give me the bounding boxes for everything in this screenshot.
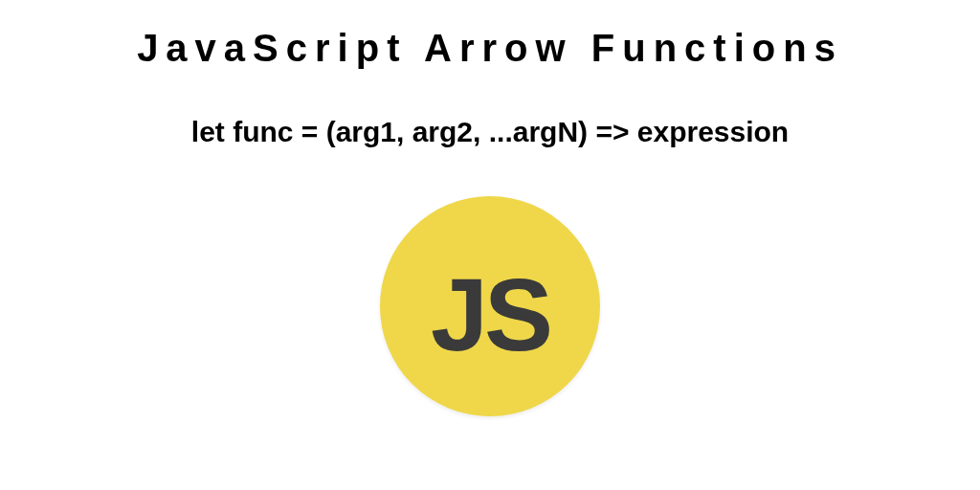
code-example: let func = (arg1, arg2, ...argN) => expr…	[191, 116, 789, 148]
js-logo-text: JS	[431, 255, 549, 374]
js-logo-icon: JS	[380, 196, 600, 416]
document-container: JavaScript Arrow Functions let func = (a…	[0, 0, 980, 490]
page-title: JavaScript Arrow Functions	[137, 27, 843, 70]
logo-wrapper: JS	[380, 196, 600, 416]
